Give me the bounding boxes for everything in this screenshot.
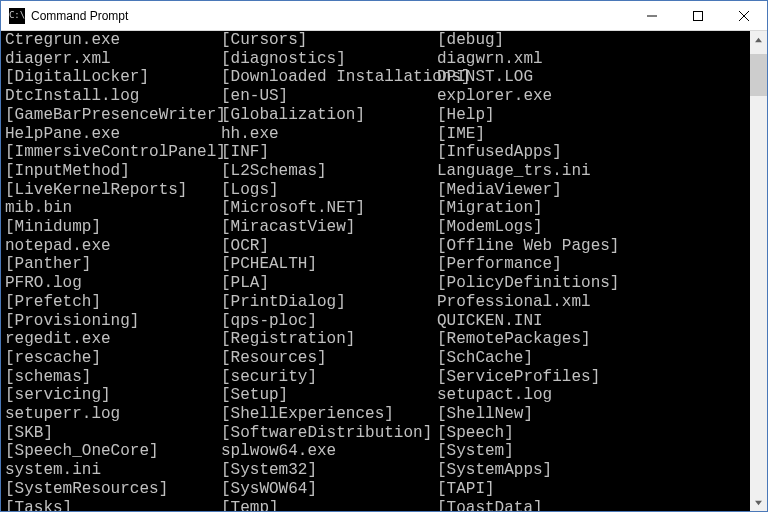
listing-cell: [Tasks] [5, 499, 221, 511]
listing-cell: [ServiceProfiles] [437, 368, 600, 387]
listing-cell: [diagnostics] [221, 50, 437, 69]
listing-cell: mib.bin [5, 199, 221, 218]
vertical-scrollbar[interactable] [750, 31, 767, 511]
listing-row: [Tasks][Temp][ToastData] [5, 499, 750, 511]
client-area: Ctregrun.exe[Cursors][debug]diagerr.xml[… [1, 31, 767, 511]
listing-cell: [Speech_OneCore] [5, 442, 221, 461]
listing-cell: [PCHEALTH] [221, 255, 437, 274]
listing-cell: [servicing] [5, 386, 221, 405]
svg-rect-0 [694, 11, 703, 20]
listing-cell: hh.exe [221, 125, 437, 144]
console-output[interactable]: Ctregrun.exe[Cursors][debug]diagerr.xml[… [1, 31, 750, 511]
listing-row: [servicing][Setup]setupact.log [5, 386, 750, 405]
listing-cell: [ShellExperiences] [221, 405, 437, 424]
listing-row: [InputMethod][L2Schemas]Language_trs.ini [5, 162, 750, 181]
listing-cell: [PLA] [221, 274, 437, 293]
listing-cell: [ImmersiveControlPanel] [5, 143, 221, 162]
listing-cell: [Temp] [221, 499, 437, 511]
listing-row: [schemas][security][ServiceProfiles] [5, 368, 750, 387]
scroll-up-button[interactable] [750, 31, 767, 48]
listing-cell: explorer.exe [437, 87, 552, 106]
listing-cell: HelpPane.exe [5, 125, 221, 144]
listing-cell: [rescache] [5, 349, 221, 368]
listing-row: Ctregrun.exe[Cursors][debug] [5, 31, 750, 50]
listing-cell: QUICKEN.INI [437, 312, 543, 331]
svg-marker-1 [755, 37, 762, 41]
listing-row: [Speech_OneCore]splwow64.exe[System] [5, 442, 750, 461]
listing-cell: regedit.exe [5, 330, 221, 349]
listing-row: notepad.exe[OCR][Offline Web Pages] [5, 237, 750, 256]
listing-cell: [System32] [221, 461, 437, 480]
listing-cell: [Setup] [221, 386, 437, 405]
listing-cell: Language_trs.ini [437, 162, 591, 181]
listing-cell: [DigitalLocker] [5, 68, 221, 87]
listing-row: PFRO.log[PLA][PolicyDefinitions] [5, 274, 750, 293]
listing-cell: [Logs] [221, 181, 437, 200]
listing-row: [SKB][SoftwareDistribution][Speech] [5, 424, 750, 443]
listing-row: [GameBarPresenceWriter][Globalization][H… [5, 106, 750, 125]
listing-cell: DtcInstall.log [5, 87, 221, 106]
listing-cell: [SchCache] [437, 349, 533, 368]
close-button[interactable] [721, 1, 767, 31]
listing-cell: [en-US] [221, 87, 437, 106]
cmd-icon: C:\ [9, 8, 25, 24]
listing-cell: [debug] [437, 31, 504, 50]
listing-cell: [SysWOW64] [221, 480, 437, 499]
listing-row: [SystemResources][SysWOW64][TAPI] [5, 480, 750, 499]
listing-cell: [Speech] [437, 424, 514, 443]
listing-cell: [SystemResources] [5, 480, 221, 499]
listing-cell: [Offline Web Pages] [437, 237, 619, 256]
listing-row: [Prefetch][PrintDialog]Professional.xml [5, 293, 750, 312]
listing-cell: [IME] [437, 125, 485, 144]
maximize-button[interactable] [675, 1, 721, 31]
listing-cell: PFRO.log [5, 274, 221, 293]
listing-row: [LiveKernelReports][Logs][MediaViewer] [5, 181, 750, 200]
listing-cell: [LiveKernelReports] [5, 181, 221, 200]
listing-cell: [SKB] [5, 424, 221, 443]
listing-cell: [OCR] [221, 237, 437, 256]
listing-cell: [Resources] [221, 349, 437, 368]
listing-cell: [SoftwareDistribution] [221, 424, 437, 443]
listing-cell: [Help] [437, 106, 495, 125]
listing-cell: [InfusedApps] [437, 143, 562, 162]
listing-cell: Ctregrun.exe [5, 31, 221, 50]
listing-cell: [System] [437, 442, 514, 461]
listing-row: diagerr.xml[diagnostics]diagwrn.xml [5, 50, 750, 69]
scroll-down-button[interactable] [750, 494, 767, 511]
listing-row: [ImmersiveControlPanel][INF][InfusedApps… [5, 143, 750, 162]
listing-cell: [Migration] [437, 199, 543, 218]
listing-cell: system.ini [5, 461, 221, 480]
listing-row: [Provisioning][qps-ploc]QUICKEN.INI [5, 312, 750, 331]
listing-cell: [ToastData] [437, 499, 543, 511]
listing-row: HelpPane.exehh.exe[IME] [5, 125, 750, 144]
listing-cell: DPINST.LOG [437, 68, 533, 87]
listing-cell: [RemotePackages] [437, 330, 591, 349]
minimize-button[interactable] [629, 1, 675, 31]
listing-cell: diagwrn.xml [437, 50, 543, 69]
listing-cell: [Prefetch] [5, 293, 221, 312]
listing-row: [Panther][PCHEALTH][Performance] [5, 255, 750, 274]
titlebar[interactable]: C:\ Command Prompt [1, 1, 767, 31]
listing-row: setuperr.log[ShellExperiences][ShellNew] [5, 405, 750, 424]
command-prompt-window: C:\ Command Prompt Ctregrun.exe[Cursors]… [0, 0, 768, 512]
listing-cell: [qps-ploc] [221, 312, 437, 331]
listing-cell: splwow64.exe [221, 442, 437, 461]
listing-row: [DigitalLocker][Downloaded Installations… [5, 68, 750, 87]
listing-cell: [Globalization] [221, 106, 437, 125]
listing-cell: [ModemLogs] [437, 218, 543, 237]
listing-cell: [InputMethod] [5, 162, 221, 181]
listing-cell: [Performance] [437, 255, 562, 274]
listing-cell: diagerr.xml [5, 50, 221, 69]
listing-cell: [GameBarPresenceWriter] [5, 106, 221, 125]
listing-cell: setuperr.log [5, 405, 221, 424]
listing-cell: [PolicyDefinitions] [437, 274, 619, 293]
listing-row: [rescache][Resources][SchCache] [5, 349, 750, 368]
listing-cell: [ShellNew] [437, 405, 533, 424]
listing-row: DtcInstall.log[en-US]explorer.exe [5, 87, 750, 106]
window-title: Command Prompt [31, 9, 128, 23]
listing-row: [Minidump][MiracastView][ModemLogs] [5, 218, 750, 237]
listing-cell: [Downloaded Installations] [221, 68, 437, 87]
listing-cell: setupact.log [437, 386, 552, 405]
scroll-thumb[interactable] [750, 54, 767, 96]
listing-cell: [Provisioning] [5, 312, 221, 331]
